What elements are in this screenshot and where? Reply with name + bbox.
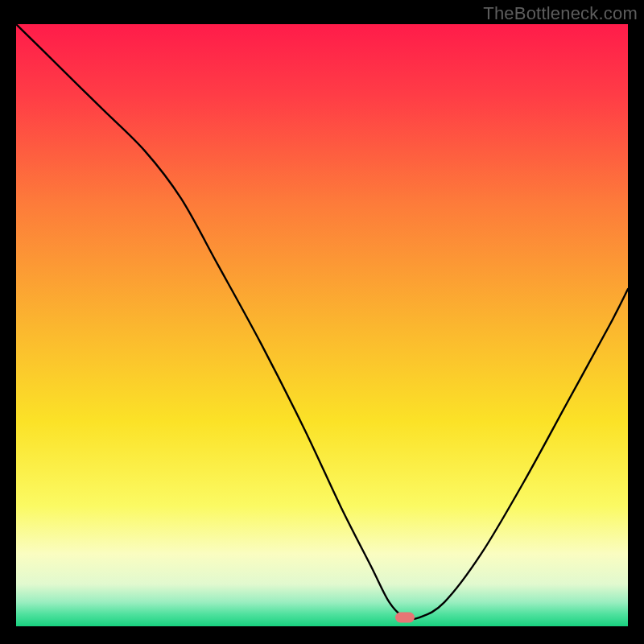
optimal-point-marker xyxy=(395,612,415,622)
watermark-text: TheBottleneck.com xyxy=(483,3,638,24)
svg-rect-0 xyxy=(16,24,628,626)
plot-container xyxy=(16,24,628,626)
plot-background xyxy=(16,24,628,626)
